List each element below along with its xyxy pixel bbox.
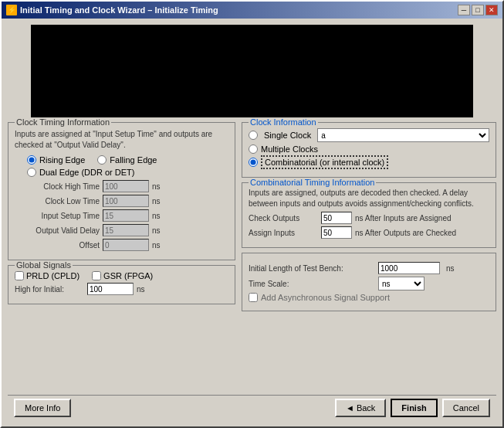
input-setup-time-unit: ns — [152, 212, 161, 220]
dual-edge-label: Dual Edge (DDR or DET) — [39, 168, 134, 177]
footer-buttons: More Info ◄ Back Finish Cancel — [8, 395, 496, 420]
check-outputs-suffix: ns After Inputs are Assigned — [355, 214, 452, 222]
async-checkbox[interactable] — [249, 293, 258, 302]
single-clock-label: Single Clock — [264, 131, 311, 140]
output-valid-delay-row: Output Valid Delay ns — [15, 224, 228, 236]
title-bar: ⚡ Initial Timing and Clock Wizard – Init… — [2, 2, 502, 19]
check-outputs-label: Check Outputs — [249, 214, 318, 222]
test-bench-row: Initial Length of Test Bench: ns — [249, 262, 489, 274]
high-for-initial-label: High for Initial: — [15, 285, 84, 294]
title-bar-left: ⚡ Initial Timing and Clock Wizard – Init… — [6, 5, 218, 15]
dual-edge-radio[interactable] — [27, 168, 36, 177]
combinatorial-radio[interactable] — [249, 158, 258, 167]
clock-timing-group: Clock Timing Information Inputs are assi… — [8, 122, 235, 260]
combinatorial-info-text: Inputs are assigned, outputs are decoded… — [249, 188, 489, 209]
time-scale-label: Time Scale: — [249, 280, 372, 288]
combinatorial-label: Combinatorial (or internal clock) — [261, 155, 388, 169]
output-valid-delay-unit: ns — [152, 226, 161, 235]
main-window: ⚡ Initial Timing and Clock Wizard – Init… — [0, 0, 504, 428]
high-for-initial-input[interactable] — [87, 283, 134, 295]
input-setup-time-row: Input Setup Time ns — [15, 209, 228, 222]
high-for-initial-row: High for Initial: ns — [15, 283, 228, 295]
offset-input[interactable] — [103, 239, 149, 251]
falling-edge-label: Falling Edge — [110, 155, 157, 165]
right-panel: Clock Information Single Clock a Multipl… — [242, 122, 496, 390]
clock-high-time-input[interactable] — [103, 180, 149, 192]
prld-checkbox[interactable] — [15, 271, 24, 280]
multiple-clocks-label: Multiple Clocks — [261, 144, 318, 154]
bottom-section-group: Initial Length of Test Bench: ns Time Sc… — [242, 253, 496, 311]
minimize-button[interactable]: ─ — [458, 5, 470, 15]
maximize-button[interactable]: □ — [472, 5, 484, 15]
output-valid-delay-label: Output Valid Delay — [15, 226, 100, 235]
rising-edge-radio[interactable] — [27, 155, 36, 165]
input-setup-time-input[interactable] — [103, 209, 149, 222]
window-title: Initial Timing and Clock Wizard – Initia… — [20, 5, 218, 15]
assign-inputs-label: Assign Inputs — [249, 229, 318, 237]
assign-inputs-input[interactable] — [321, 226, 352, 239]
edge-row: Rising Edge Falling Edge — [27, 154, 228, 166]
clock-select[interactable]: a — [317, 128, 489, 142]
single-clock-row: Single Clock a — [249, 128, 489, 142]
clock-low-time-label: Clock Low Time — [15, 197, 100, 206]
assign-inputs-row: Assign Inputs ns After Outputs are Check… — [249, 226, 489, 239]
async-row: Add Asynchronous Signal Support — [249, 293, 489, 302]
dual-edge-radio-row: Dual Edge (DDR or DET) — [27, 168, 228, 177]
time-scale-select[interactable]: ns ps us — [378, 277, 425, 290]
middle-section: Clock Timing Information Inputs are assi… — [8, 122, 496, 390]
rising-edge-radio-row: Rising Edge — [27, 155, 85, 165]
input-setup-time-label: Input Setup Time — [15, 212, 100, 220]
clock-high-time-label: Clock High Time — [15, 182, 100, 191]
clock-low-time-row: Clock Low Time ns — [15, 195, 228, 207]
global-signals-group: Global Signals PRLD (CPLD) GSR (FPGA) Hi… — [8, 265, 235, 304]
falling-edge-radio[interactable] — [97, 155, 107, 165]
clock-info-right-group: Clock Information Single Clock a Multipl… — [242, 122, 496, 178]
cancel-button[interactable]: Cancel — [442, 399, 490, 417]
async-label: Add Asynchronous Signal Support — [261, 293, 390, 302]
content-area: Clock Timing Information Inputs are assi… — [2, 19, 502, 426]
multiple-clocks-radio-row: Multiple Clocks — [249, 144, 489, 154]
app-icon: ⚡ — [6, 5, 17, 15]
single-clock-radio[interactable] — [249, 131, 258, 140]
clock-low-time-input[interactable] — [103, 195, 149, 207]
test-bench-unit: ns — [446, 264, 455, 273]
time-scale-row: Time Scale: ns ps us — [249, 277, 489, 290]
left-panel: Clock Timing Information Inputs are assi… — [8, 122, 235, 390]
offset-row: Offset ns — [15, 239, 228, 251]
back-button[interactable]: ◄ Back — [335, 399, 386, 417]
prld-checkbox-item: PRLD (CPLD) — [15, 271, 79, 280]
combinatorial-timing-group: Combinatorial Timing Information Inputs … — [242, 182, 496, 248]
global-signals-title: Global Signals — [15, 260, 73, 270]
checkbox-row: PRLD (CPLD) GSR (FPGA) — [15, 271, 228, 280]
output-valid-delay-input[interactable] — [103, 224, 149, 236]
test-bench-label: Initial Length of Test Bench: — [249, 264, 372, 273]
combinatorial-timing-title: Combinatorial Timing Information — [249, 178, 376, 187]
clock-high-time-unit: ns — [152, 182, 161, 191]
gsr-checkbox[interactable] — [92, 271, 101, 280]
check-outputs-row: Check Outputs ns After Inputs are Assign… — [249, 212, 489, 224]
gsr-checkbox-item: GSR (FPGA) — [92, 271, 153, 280]
close-button[interactable]: ✕ — [485, 5, 498, 15]
assign-inputs-suffix: ns After Outputs are Checked — [355, 229, 456, 237]
check-outputs-input[interactable] — [321, 212, 352, 224]
gsr-label: GSR (FPGA) — [103, 271, 153, 280]
offset-label: Offset — [15, 241, 100, 250]
more-info-button[interactable]: More Info — [14, 399, 71, 417]
falling-edge-radio-row: Falling Edge — [97, 155, 157, 165]
clock-timing-title: Clock Timing Information — [15, 117, 111, 127]
clock-timing-info: Inputs are assigned at "Input Setup Time… — [15, 129, 228, 151]
timing-preview — [31, 25, 473, 117]
offset-unit: ns — [152, 241, 161, 250]
test-bench-input[interactable] — [378, 262, 440, 274]
multiple-clocks-radio[interactable] — [249, 144, 258, 154]
high-for-initial-unit: ns — [137, 285, 145, 294]
combinatorial-radio-row: Combinatorial (or internal clock) — [249, 155, 489, 169]
nav-buttons: ◄ Back Finish Cancel — [335, 399, 490, 417]
prld-label: PRLD (CPLD) — [26, 271, 79, 280]
clock-high-time-row: Clock High Time ns — [15, 180, 228, 192]
rising-edge-label: Rising Edge — [39, 155, 85, 165]
title-buttons: ─ □ ✕ — [458, 5, 498, 15]
clock-info-right-title: Clock Information — [249, 117, 318, 127]
finish-button[interactable]: Finish — [391, 399, 437, 417]
clock-low-time-unit: ns — [152, 197, 161, 206]
